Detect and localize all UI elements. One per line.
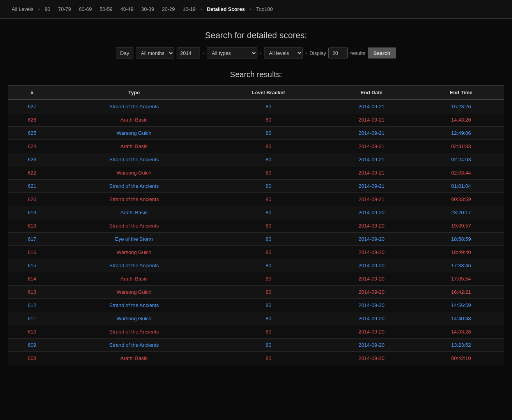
nav-item-40-49[interactable]: 40-49 bbox=[117, 6, 137, 12]
nav-dot-2: ● bbox=[200, 7, 202, 11]
cell-num[interactable]: 622 bbox=[8, 166, 56, 180]
cell-type[interactable]: Warsong Gulch bbox=[56, 312, 212, 325]
cell-num[interactable]: 610 bbox=[8, 325, 56, 339]
cell-num[interactable]: 623 bbox=[8, 153, 56, 166]
cell-type[interactable]: Arathi Basin bbox=[56, 206, 212, 219]
cell-date: 2014-09-20 bbox=[325, 219, 418, 233]
months-select[interactable]: All months bbox=[136, 48, 174, 58]
table-row[interactable]: 615 Strand of the Ancients 80 2014-09-20… bbox=[8, 259, 504, 272]
table-row[interactable]: 620 Strand of the Ancients 80 2014-09-21… bbox=[8, 193, 504, 206]
cell-num[interactable]: 613 bbox=[8, 286, 56, 299]
nav-item-detailed-scores[interactable]: Detailed Scores bbox=[203, 6, 249, 12]
cell-type[interactable]: Strand of the Ancients bbox=[56, 325, 212, 339]
cell-level: 80 bbox=[212, 166, 324, 180]
cell-level: 80 bbox=[212, 286, 324, 299]
cell-num[interactable]: 615 bbox=[8, 259, 56, 272]
cell-level: 80 bbox=[212, 325, 324, 339]
cell-num[interactable]: 624 bbox=[8, 140, 56, 153]
cell-num[interactable]: 625 bbox=[8, 127, 56, 140]
cell-date: 2014-09-20 bbox=[325, 206, 418, 219]
table-row[interactable]: 621 Strand of the Ancients 80 2014-09-21… bbox=[8, 180, 504, 193]
year-input[interactable] bbox=[177, 48, 200, 58]
table-row[interactable]: 627 Strand of the Ancients 80 2014-09-21… bbox=[8, 100, 504, 113]
cell-type[interactable]: Warsong Gulch bbox=[56, 127, 212, 140]
cell-type[interactable]: Arathi Basin bbox=[56, 113, 212, 127]
table-row[interactable]: 618 Strand of the Ancients 80 2014-09-20… bbox=[8, 219, 504, 233]
table-row[interactable]: 616 Warsong Gulch 80 2014-09-20 18:49:40 bbox=[8, 246, 504, 259]
cell-time: 14:40:48 bbox=[418, 312, 504, 325]
cell-date: 2014-09-21 bbox=[325, 193, 418, 206]
cell-time: 02:03:44 bbox=[418, 166, 504, 180]
table-row[interactable]: 623 Strand of the Ancients 80 2014-09-21… bbox=[8, 153, 504, 166]
col-header-level: Level Bracket bbox=[212, 86, 324, 100]
cell-type[interactable]: Arathi Basin bbox=[56, 272, 212, 286]
cell-time: 15:23:26 bbox=[418, 100, 504, 113]
cell-type[interactable]: Arathi Basin bbox=[56, 140, 212, 153]
cell-num[interactable]: 626 bbox=[8, 113, 56, 127]
nav-item-20-29[interactable]: 20-29 bbox=[158, 6, 179, 12]
cell-time: 18:49:40 bbox=[418, 246, 504, 259]
cell-date: 2014-09-21 bbox=[325, 127, 418, 140]
table-row[interactable]: 617 Eye of the Storm 80 2014-09-20 18:58… bbox=[8, 233, 504, 246]
levels-select[interactable]: All levels bbox=[264, 48, 303, 58]
cell-num[interactable]: 609 bbox=[8, 339, 56, 352]
cell-type[interactable]: Warsong Gulch bbox=[56, 166, 212, 180]
search-button[interactable]: Search bbox=[368, 48, 396, 58]
cell-type[interactable]: Strand of the Ancients bbox=[56, 219, 212, 233]
display-label: Display bbox=[310, 50, 326, 56]
types-select[interactable]: All types bbox=[207, 48, 257, 58]
cell-num[interactable]: 608 bbox=[8, 352, 56, 365]
cell-type[interactable]: Strand of the Ancients bbox=[56, 153, 212, 166]
cell-num[interactable]: 620 bbox=[8, 193, 56, 206]
cell-num[interactable]: 619 bbox=[8, 206, 56, 219]
nav-item-50-59[interactable]: 50-59 bbox=[96, 6, 116, 12]
table-row[interactable]: 608 Arathi Basin 80 2014-09-20 00:42:10 bbox=[8, 352, 504, 365]
cell-type[interactable]: Strand of the Ancients bbox=[56, 100, 212, 113]
day-button[interactable]: Day bbox=[116, 48, 133, 58]
table-row[interactable]: 609 Strand of the Ancients 80 2014-09-20… bbox=[8, 339, 504, 352]
nav-item-10-19[interactable]: 10-19 bbox=[179, 6, 199, 12]
cell-num[interactable]: 614 bbox=[8, 272, 56, 286]
table-row[interactable]: 610 Strand of the Ancients 80 2014-09-20… bbox=[8, 325, 504, 339]
cell-level: 80 bbox=[212, 246, 324, 259]
table-row[interactable]: 614 Arathi Basin 80 2014-09-20 17:05:54 bbox=[8, 272, 504, 286]
table-row[interactable]: 612 Strand of the Ancients 80 2014-09-20… bbox=[8, 299, 504, 312]
cell-time: 16:42:21 bbox=[418, 286, 504, 299]
cell-type[interactable]: Strand of the Ancients bbox=[56, 180, 212, 193]
table-row[interactable]: 622 Warsong Gulch 80 2014-09-21 02:03:44 bbox=[8, 166, 504, 180]
cell-level: 80 bbox=[212, 127, 324, 140]
cell-num[interactable]: 612 bbox=[8, 299, 56, 312]
cell-type[interactable]: Warsong Gulch bbox=[56, 246, 212, 259]
cell-num[interactable]: 627 bbox=[8, 100, 56, 113]
cell-type[interactable]: Strand of the Ancients bbox=[56, 193, 212, 206]
nav-item-30-39[interactable]: 30-39 bbox=[137, 6, 158, 12]
cell-type[interactable]: Arathi Basin bbox=[56, 352, 212, 365]
nav-item-80[interactable]: 80 bbox=[41, 6, 54, 12]
cell-type[interactable]: Warsong Gulch bbox=[56, 286, 212, 299]
table-row[interactable]: 619 Arathi Basin 80 2014-09-20 23:20:17 bbox=[8, 206, 504, 219]
table-row[interactable]: 613 Warsong Gulch 80 2014-09-20 16:42:21 bbox=[8, 286, 504, 299]
cell-type[interactable]: Eye of the Storm bbox=[56, 233, 212, 246]
cell-type[interactable]: Strand of the Ancients bbox=[56, 339, 212, 352]
nav-item-all-levels[interactable]: All Levels bbox=[8, 6, 37, 12]
dot-sep-1: ● bbox=[202, 51, 204, 55]
nav-item-top100[interactable]: Top100 bbox=[252, 6, 277, 12]
nav-item-60-69[interactable]: 60-69 bbox=[75, 6, 96, 12]
cell-num[interactable]: 618 bbox=[8, 219, 56, 233]
cell-type[interactable]: Strand of the Ancients bbox=[56, 299, 212, 312]
nav-item-70-79[interactable]: 70-79 bbox=[54, 6, 75, 12]
table-row[interactable]: 624 Arathi Basin 80 2014-09-21 02:31:33 bbox=[8, 140, 504, 153]
cell-level: 80 bbox=[212, 233, 324, 246]
cell-num[interactable]: 617 bbox=[8, 233, 56, 246]
cell-num[interactable]: 611 bbox=[8, 312, 56, 325]
table-row[interactable]: 611 Warsong Gulch 80 2014-09-20 14:40:48 bbox=[8, 312, 504, 325]
display-count-input[interactable] bbox=[328, 48, 348, 58]
cell-time: 17:33:46 bbox=[418, 259, 504, 272]
cell-num[interactable]: 616 bbox=[8, 246, 56, 259]
cell-date: 2014-09-21 bbox=[325, 140, 418, 153]
cell-type[interactable]: Strand of the Ancients bbox=[56, 259, 212, 272]
table-row[interactable]: 625 Warsong Gulch 80 2014-09-21 12:49:06 bbox=[8, 127, 504, 140]
cell-time: 14:43:20 bbox=[418, 113, 504, 127]
table-row[interactable]: 626 Arathi Basin 80 2014-09-21 14:43:20 bbox=[8, 113, 504, 127]
cell-num[interactable]: 621 bbox=[8, 180, 56, 193]
